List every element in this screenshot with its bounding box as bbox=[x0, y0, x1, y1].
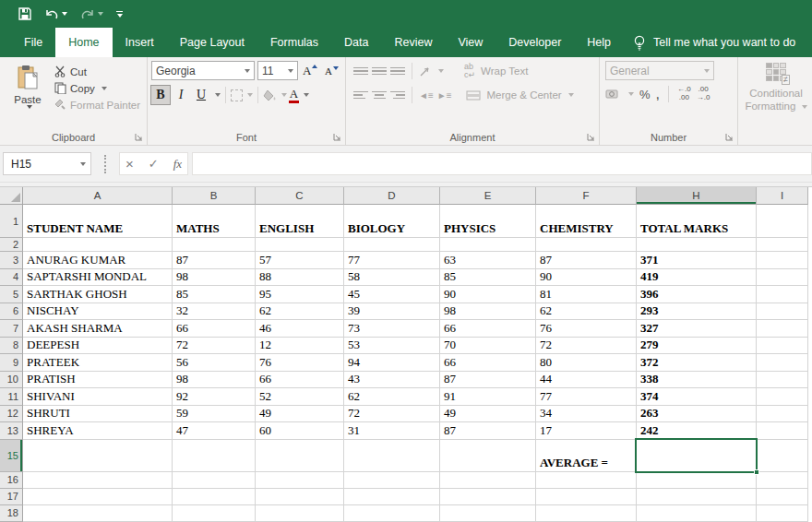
cell-F6[interactable]: 62 bbox=[536, 303, 637, 321]
cell-B12[interactable]: 59 bbox=[173, 406, 256, 423]
cell-E10[interactable]: 87 bbox=[440, 372, 536, 389]
cell-D13[interactable]: 31 bbox=[344, 422, 440, 440]
tab-data[interactable]: Data bbox=[331, 28, 381, 57]
row-header-1[interactable]: 1 bbox=[0, 205, 23, 238]
cell-B1[interactable]: MATHS bbox=[173, 205, 256, 238]
column-header-C[interactable]: C bbox=[256, 187, 344, 205]
cell-F18[interactable] bbox=[536, 505, 637, 522]
cell-H12[interactable]: 263 bbox=[637, 406, 757, 423]
decrease-decimal-button[interactable]: .00→.0 bbox=[697, 86, 710, 102]
cell-I9[interactable] bbox=[757, 354, 808, 372]
name-box-dropdown-icon[interactable] bbox=[80, 162, 86, 166]
alignment-dialog-launcher-icon[interactable] bbox=[587, 133, 596, 142]
cell-A8[interactable]: DEEPESH bbox=[23, 338, 173, 355]
undo-dropdown-icon[interactable] bbox=[62, 12, 67, 16]
cell-H7[interactable]: 327 bbox=[637, 320, 757, 338]
cell-A3[interactable]: ANURAG KUMAR bbox=[23, 252, 173, 269]
cell-B15[interactable] bbox=[173, 440, 256, 472]
cell-B9[interactable]: 56 bbox=[173, 354, 256, 372]
cell-C11[interactable]: 52 bbox=[256, 388, 344, 406]
cell-A16[interactable] bbox=[23, 472, 173, 489]
font-dialog-launcher-icon[interactable] bbox=[333, 133, 342, 142]
cell-D2[interactable] bbox=[344, 238, 440, 252]
row-header-11[interactable]: 11 bbox=[0, 388, 23, 406]
cell-B4[interactable]: 98 bbox=[173, 269, 256, 287]
tab-help[interactable]: Help bbox=[574, 28, 624, 57]
save-icon[interactable] bbox=[18, 7, 31, 20]
cell-D7[interactable]: 73 bbox=[344, 320, 440, 338]
cell-I1[interactable] bbox=[757, 205, 808, 238]
font-color-dropdown-icon[interactable] bbox=[304, 93, 309, 97]
shrink-font-button[interactable]: A bbox=[322, 62, 340, 80]
font-size-dropdown-icon[interactable] bbox=[288, 69, 293, 73]
number-dialog-launcher-icon[interactable] bbox=[725, 133, 734, 142]
cell-E15[interactable] bbox=[440, 440, 536, 472]
column-header-F[interactable]: F bbox=[536, 187, 637, 205]
cell-H8[interactable]: 279 bbox=[637, 338, 757, 355]
name-box[interactable]: H15 bbox=[3, 152, 91, 175]
cell-C1[interactable]: ENGLISH bbox=[256, 205, 344, 238]
cell-E3[interactable]: 63 bbox=[440, 252, 536, 269]
cell-H18[interactable] bbox=[637, 505, 757, 522]
cell-C6[interactable]: 62 bbox=[256, 303, 344, 321]
enter-icon[interactable]: ✓ bbox=[149, 157, 159, 171]
cell-E4[interactable]: 85 bbox=[440, 269, 536, 287]
cell-C16[interactable] bbox=[256, 472, 344, 489]
cell-C12[interactable]: 49 bbox=[256, 406, 344, 423]
tell-me-box[interactable]: Tell me what you want to do bbox=[624, 28, 805, 57]
cell-A13[interactable]: SHREYA bbox=[23, 422, 173, 440]
cell-E8[interactable]: 70 bbox=[440, 338, 536, 355]
cell-H3[interactable]: 371 bbox=[637, 252, 757, 269]
row-header-5[interactable]: 5 bbox=[0, 286, 23, 303]
cell-C2[interactable] bbox=[256, 238, 344, 252]
cell-H9[interactable]: 372 bbox=[637, 354, 757, 372]
cell-E11[interactable]: 91 bbox=[440, 388, 536, 406]
cell-A15[interactable] bbox=[23, 440, 173, 472]
cell-B2[interactable] bbox=[173, 238, 256, 252]
cell-A6[interactable]: NISCHAY bbox=[23, 303, 173, 321]
row-header-7[interactable]: 7 bbox=[0, 320, 23, 338]
cell-I13[interactable] bbox=[757, 422, 808, 440]
cell-B17[interactable] bbox=[173, 489, 256, 505]
cell-H10[interactable]: 338 bbox=[637, 372, 757, 389]
cell-H2[interactable] bbox=[637, 238, 757, 252]
column-header-A[interactable]: A bbox=[23, 187, 173, 205]
cell-C4[interactable]: 88 bbox=[256, 269, 344, 287]
cell-B8[interactable]: 72 bbox=[173, 338, 256, 355]
cell-F11[interactable]: 77 bbox=[536, 388, 637, 406]
cell-F10[interactable]: 44 bbox=[536, 372, 637, 389]
cell-B11[interactable]: 92 bbox=[173, 388, 256, 406]
cell-D8[interactable]: 53 bbox=[344, 338, 440, 355]
cell-E18[interactable] bbox=[440, 505, 536, 522]
column-header-E[interactable]: E bbox=[440, 187, 536, 205]
cell-E12[interactable]: 49 bbox=[440, 406, 536, 423]
cell-D11[interactable]: 62 bbox=[344, 388, 440, 406]
cell-F4[interactable]: 90 bbox=[536, 269, 637, 287]
tab-page-layout[interactable]: Page Layout bbox=[167, 28, 257, 57]
row-header-4[interactable]: 4 bbox=[0, 269, 23, 287]
cell-A1[interactable]: STUDENT NAME bbox=[23, 205, 173, 238]
cell-E7[interactable]: 66 bbox=[440, 320, 536, 338]
row-header-2[interactable]: 2 bbox=[0, 238, 23, 252]
cell-C17[interactable] bbox=[256, 489, 344, 505]
cell-D15[interactable] bbox=[344, 440, 440, 472]
cell-E17[interactable] bbox=[440, 489, 536, 505]
cell-I11[interactable] bbox=[757, 388, 808, 406]
cell-H16[interactable] bbox=[637, 472, 757, 489]
cell-D16[interactable] bbox=[344, 472, 440, 489]
row-header-18[interactable]: 18 bbox=[0, 505, 23, 522]
column-header-H[interactable]: H bbox=[637, 187, 757, 205]
cell-B13[interactable]: 47 bbox=[173, 422, 256, 440]
cell-F13[interactable]: 17 bbox=[536, 422, 637, 440]
cell-B3[interactable]: 87 bbox=[173, 252, 256, 269]
tab-view[interactable]: View bbox=[445, 28, 496, 57]
grow-font-button[interactable]: A bbox=[301, 62, 319, 80]
row-header-10[interactable]: 10 bbox=[0, 372, 23, 389]
cell-E6[interactable]: 98 bbox=[440, 303, 536, 321]
cell-B7[interactable]: 66 bbox=[173, 320, 256, 338]
cell-C5[interactable]: 95 bbox=[256, 286, 344, 303]
copy-button[interactable]: Copy bbox=[52, 81, 143, 95]
cell-B16[interactable] bbox=[173, 472, 256, 489]
cell-C7[interactable]: 46 bbox=[256, 320, 344, 338]
underline-dropdown-icon[interactable] bbox=[215, 93, 221, 97]
